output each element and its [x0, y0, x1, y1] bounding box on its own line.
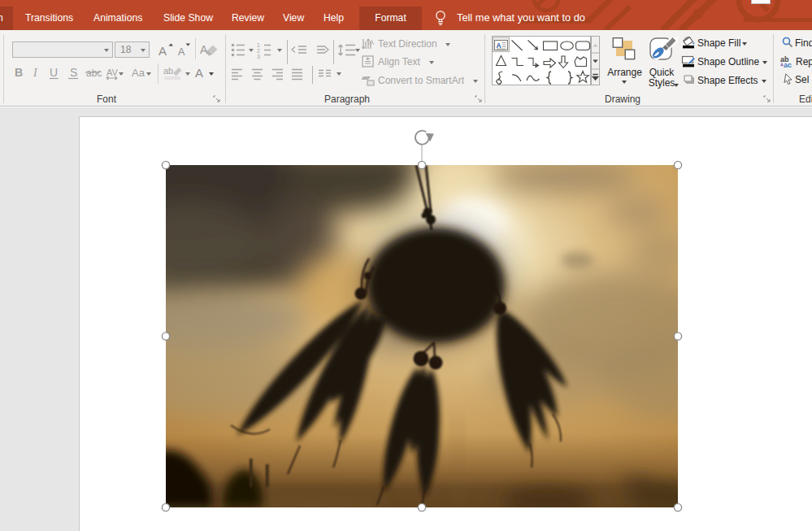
svg-text:S: S — [70, 66, 77, 79]
svg-text:A: A — [497, 41, 502, 50]
svg-text:A: A — [195, 66, 203, 80]
svg-text:I: I — [33, 67, 38, 79]
svg-text:B: B — [15, 66, 23, 79]
svg-text:A: A — [178, 46, 185, 58]
svg-text:3: 3 — [257, 54, 260, 59]
svg-text:ab: ab — [163, 66, 173, 76]
svg-text:AV: AV — [106, 67, 119, 77]
svg-text:U: U — [50, 66, 58, 79]
svg-text:Aa: Aa — [132, 67, 145, 79]
svg-text:1: 1 — [257, 42, 260, 48]
svg-text:ac: ac — [784, 61, 792, 68]
svg-text:2: 2 — [257, 48, 260, 54]
svg-text:A: A — [158, 44, 167, 58]
svg-text:A: A — [369, 38, 374, 46]
svg-text:abc: abc — [86, 67, 102, 79]
svg-text:A: A — [200, 43, 208, 56]
